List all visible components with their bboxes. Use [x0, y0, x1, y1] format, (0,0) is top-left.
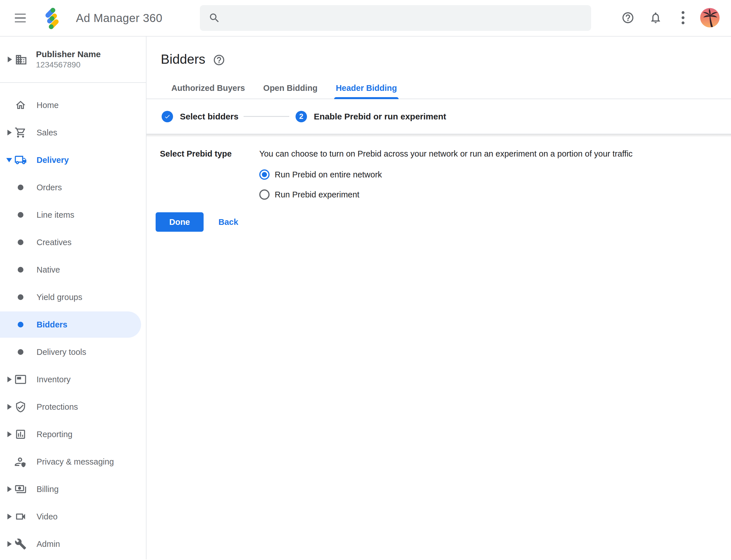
- expand-arrow-icon: [7, 486, 12, 492]
- wrench-icon: [14, 538, 27, 550]
- step-number-circle: 2: [296, 111, 307, 122]
- main-content: Bidders Authorized Buyers Open Bidding H…: [147, 37, 731, 559]
- top-app-bar: Ad Manager 360: [0, 0, 731, 37]
- sidebar-item-delivery-tools[interactable]: Delivery tools: [0, 338, 146, 366]
- sidebar-item-admin[interactable]: Admin: [0, 530, 146, 558]
- menu-button[interactable]: [15, 12, 26, 24]
- done-button[interactable]: Done: [156, 212, 204, 232]
- app-logo[interactable]: Ad Manager 360: [41, 6, 163, 30]
- sidebar-nav: Home Sales Delivery Orders: [0, 83, 146, 558]
- expand-arrow-icon: [7, 514, 12, 519]
- home-icon: [14, 99, 27, 111]
- sidebar-item-bidders[interactable]: Bidders: [0, 311, 146, 338]
- collapse-arrow-icon: [6, 158, 12, 162]
- form-section-label: Select Prebid type: [160, 148, 259, 200]
- sidebar-item-delivery[interactable]: Delivery: [0, 146, 146, 174]
- step-select-bidders[interactable]: Select bidders: [162, 111, 239, 122]
- radio-run-prebid-entire-network[interactable]: Run Prebid on entire network: [259, 169, 632, 180]
- sidebar-item-privacy-messaging[interactable]: Privacy & messaging: [0, 448, 146, 475]
- expand-arrow-icon: [7, 541, 12, 547]
- sidebar-item-billing[interactable]: Billing: [0, 475, 146, 503]
- more-options-icon: [682, 10, 684, 25]
- sidebar-item-line-items[interactable]: Line items: [0, 201, 146, 229]
- step-enable-prebid[interactable]: 2 Enable Prebid or run experiment: [296, 111, 446, 122]
- expand-arrow-icon: [7, 130, 12, 135]
- expand-arrow-icon: [7, 431, 12, 437]
- step-check-icon: [164, 113, 171, 120]
- radio-unselected-icon[interactable]: [259, 189, 270, 200]
- more-options-button[interactable]: [676, 11, 690, 25]
- sidebar-item-yield-groups[interactable]: Yield groups: [0, 283, 146, 311]
- bullet-icon: [18, 349, 23, 355]
- page-title-help-icon[interactable]: [213, 54, 225, 66]
- form-description: You can choose to turn on Prebid across …: [259, 148, 632, 159]
- tab-bar: Authorized Buyers Open Bidding Header Bi…: [147, 83, 731, 99]
- radio-selected-icon[interactable]: [259, 169, 270, 180]
- user-avatar[interactable]: [700, 8, 720, 27]
- bullet-icon: [18, 239, 23, 245]
- sidebar-item-home[interactable]: Home: [0, 91, 146, 119]
- palm-tree-avatar-image: [700, 8, 720, 27]
- bullet-icon: [18, 185, 23, 190]
- page-title: Bidders: [161, 51, 205, 67]
- search-icon: [209, 12, 221, 24]
- shopping-cart-icon: [14, 126, 27, 139]
- inventory-ad-unit-icon: [14, 373, 27, 386]
- sidebar-item-sales[interactable]: Sales: [0, 119, 146, 146]
- tab-open-bidding[interactable]: Open Bidding: [263, 83, 318, 99]
- sidebar-item-protections[interactable]: Protections: [0, 393, 146, 421]
- expand-arrow-icon: [7, 404, 12, 410]
- shield-check-icon: [14, 401, 27, 413]
- help-button[interactable]: [621, 11, 635, 25]
- bullet-icon: [18, 322, 23, 327]
- help-icon: [621, 11, 634, 24]
- stepper-connector-line: [244, 116, 289, 117]
- page-header: Bidders: [161, 51, 731, 67]
- search-input[interactable]: [221, 5, 591, 31]
- notifications-bell-icon: [649, 11, 662, 24]
- delivery-truck-icon: [14, 154, 27, 166]
- radio-run-prebid-experiment[interactable]: Run Prebid experiment: [259, 189, 632, 200]
- app-name: Ad Manager 360: [76, 12, 163, 25]
- expand-arrow-icon[interactable]: [8, 57, 12, 62]
- stepper: Select bidders 2 Enable Prebid or run ex…: [147, 99, 731, 134]
- bullet-icon: [18, 294, 23, 300]
- form-actions: Done Back: [147, 212, 731, 232]
- publisher-id: 1234567890: [36, 60, 101, 70]
- sidebar-item-creatives[interactable]: Creatives: [0, 229, 146, 256]
- tab-authorized-buyers[interactable]: Authorized Buyers: [171, 83, 245, 99]
- bullet-icon: [18, 212, 23, 218]
- sidebar-item-video[interactable]: Video: [0, 503, 146, 530]
- step-label: Enable Prebid or run experiment: [314, 112, 446, 121]
- bullet-icon: [18, 267, 23, 273]
- person-shield-icon: [14, 455, 27, 468]
- bar-chart-icon: [14, 428, 27, 441]
- payments-icon: [14, 483, 27, 495]
- prebid-type-section: Select Prebid type You can choose to tur…: [147, 148, 731, 200]
- tab-header-bidding[interactable]: Header Bidding: [336, 83, 397, 99]
- expand-arrow-icon: [7, 377, 12, 382]
- search-bar[interactable]: [200, 5, 591, 31]
- back-button[interactable]: Back: [219, 217, 238, 227]
- videocam-icon: [14, 510, 27, 523]
- step-label: Select bidders: [180, 112, 239, 121]
- publisher-building-icon: [15, 53, 27, 66]
- publisher-account-selector[interactable]: Publisher Name 1234567890: [0, 37, 146, 83]
- ad-manager-logo-icon: [41, 6, 64, 30]
- step-completed-circle: [162, 111, 173, 122]
- publisher-name: Publisher Name: [36, 49, 101, 59]
- sidebar-item-native[interactable]: Native: [0, 256, 146, 283]
- sidebar-item-orders[interactable]: Orders: [0, 174, 146, 201]
- sidebar: Publisher Name 1234567890 Home Sales: [0, 37, 147, 559]
- sidebar-item-reporting[interactable]: Reporting: [0, 421, 146, 448]
- notifications-button[interactable]: [649, 11, 662, 25]
- sidebar-item-inventory[interactable]: Inventory: [0, 366, 146, 393]
